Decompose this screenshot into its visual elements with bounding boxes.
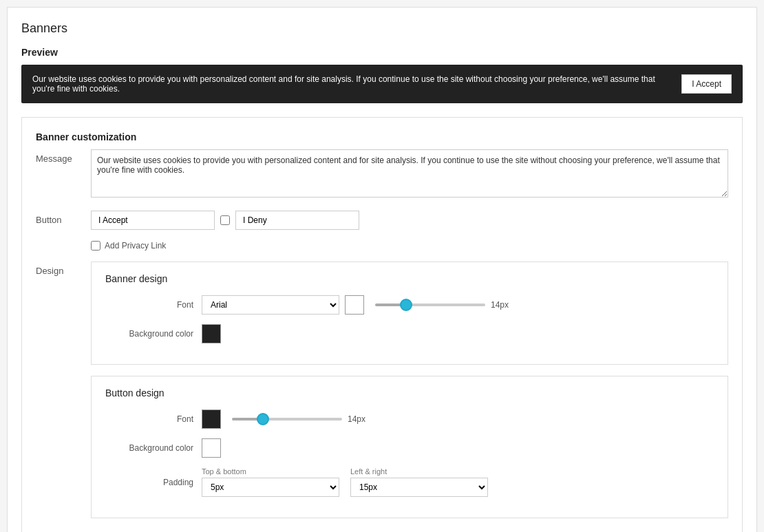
- message-field-row: Message: [36, 149, 728, 200]
- preview-section: Preview Our website uses cookies to prov…: [21, 47, 743, 103]
- button-field-row: Button: [36, 211, 728, 230]
- privacy-link-row: Add Privacy Link: [91, 241, 728, 251]
- privacy-link-checkbox[interactable]: [91, 241, 100, 251]
- cookie-banner-text: Our website uses cookies to provide you …: [32, 74, 681, 94]
- padding-left-right-label: Left & right: [350, 467, 488, 476]
- padding-top-bottom-group: Top & bottom 5px 10px 15px 20px: [202, 467, 339, 497]
- page-container: Banners Preview Our website uses cookies…: [7, 7, 757, 532]
- button-label: Button: [36, 211, 91, 225]
- banner-font-controls: Arial Georgia Times New Roman Verdana 14…: [202, 295, 515, 315]
- banner-design-box: Banner design Font Arial Georgia Times N…: [91, 262, 728, 365]
- banner-font-label: Font: [105, 300, 202, 310]
- button-bg-color-label: Background color: [105, 443, 202, 453]
- banner-bg-color-row: Background color: [105, 324, 714, 343]
- button-design-title: Button design: [105, 387, 714, 398]
- accept-button-input[interactable]: [91, 211, 215, 230]
- banner-font-size-slider-container: 14px: [375, 300, 515, 310]
- customization-section: Banner customization Message Button Add …: [21, 117, 743, 532]
- button-design-box: Button design Font 14px: [91, 376, 728, 518]
- button-field-content: [91, 211, 728, 230]
- banner-font-select[interactable]: Arial Georgia Times New Roman Verdana: [202, 295, 339, 315]
- padding-left-right-group: Left & right 15px 10px 20px 25px: [350, 467, 488, 497]
- padding-left-right-select[interactable]: 15px 10px 20px 25px: [350, 478, 488, 497]
- button-font-size-slider[interactable]: [232, 418, 342, 421]
- button-font-color-swatch[interactable]: [202, 409, 221, 429]
- message-label: Message: [36, 149, 91, 164]
- button-font-size-slider-container: 14px: [232, 414, 372, 424]
- button-bg-color-swatch[interactable]: [202, 438, 221, 458]
- button-font-label: Font: [105, 414, 202, 424]
- customization-title: Banner customization: [36, 131, 728, 142]
- padding-row: Padding Top & bottom 5px 10px 15px 20px: [105, 467, 714, 497]
- button-inputs-row: [91, 211, 728, 230]
- deny-checkbox[interactable]: [220, 215, 230, 225]
- banner-font-size-slider[interactable]: [375, 304, 485, 306]
- preview-label: Preview: [21, 47, 743, 58]
- button-font-size-label: 14px: [348, 414, 372, 424]
- padding-top-bottom-select[interactable]: 5px 10px 15px 20px: [202, 478, 339, 497]
- design-field-row: Design Banner design Font Arial Georgia …: [36, 262, 728, 529]
- banner-font-size-label: 14px: [491, 300, 515, 310]
- privacy-link-label: Add Privacy Link: [105, 241, 166, 251]
- preview-accept-button[interactable]: I Accept: [681, 74, 732, 94]
- design-label: Design: [36, 262, 91, 276]
- cookie-banner-preview: Our website uses cookies to provide you …: [21, 65, 743, 103]
- button-font-row: Font 14px: [105, 409, 714, 429]
- button-bg-color-row: Background color: [105, 438, 714, 458]
- padding-label: Padding: [105, 478, 202, 487]
- banner-bg-color-label: Background color: [105, 329, 202, 339]
- message-textarea[interactable]: [91, 149, 728, 198]
- padding-top-bottom-label: Top & bottom: [202, 467, 339, 476]
- button-font-controls: 14px: [202, 409, 372, 429]
- message-field-content: [91, 149, 728, 200]
- deny-button-input[interactable]: [235, 211, 359, 230]
- page-title: Banners: [21, 21, 743, 36]
- banner-bg-color-swatch[interactable]: [202, 324, 221, 343]
- design-field-content: Banner design Font Arial Georgia Times N…: [91, 262, 728, 529]
- banner-font-color-swatch[interactable]: [345, 295, 364, 315]
- banner-design-title: Banner design: [105, 273, 714, 284]
- banner-font-row: Font Arial Georgia Times New Roman Verda…: [105, 295, 714, 315]
- padding-selects: Top & bottom 5px 10px 15px 20px Left & r…: [202, 467, 488, 497]
